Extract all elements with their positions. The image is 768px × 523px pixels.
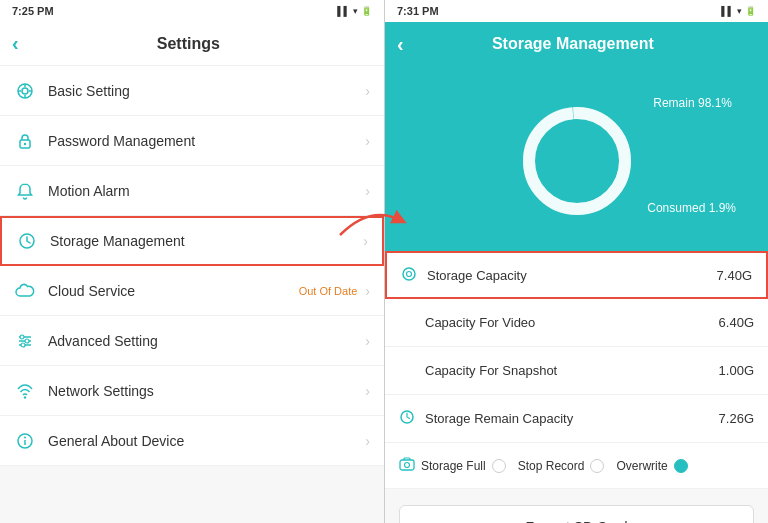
camera-icon xyxy=(399,457,415,475)
storage-item-remain: Storage Remain Capacity 7.26G xyxy=(385,395,768,443)
svg-point-14 xyxy=(21,343,25,347)
password-icon xyxy=(14,130,36,152)
storage-management-label: Storage Management xyxy=(50,233,363,249)
storage-management-chevron: › xyxy=(363,233,368,249)
basic-setting-chevron: › xyxy=(365,83,370,99)
cloud-service-label: Cloud Service xyxy=(48,283,299,299)
password-label: Password Management xyxy=(48,133,365,149)
capacity-snapshot-value: 1.00G xyxy=(719,363,754,378)
storage-full-label: Storage Full xyxy=(421,459,486,473)
menu-item-storage-management[interactable]: Storage Management › xyxy=(0,216,384,266)
network-settings-chevron: › xyxy=(365,383,370,399)
right-nav-title: Storage Management xyxy=(414,35,732,53)
storage-capacity-label: Storage Capacity xyxy=(427,268,717,283)
advanced-setting-chevron: › xyxy=(365,333,370,349)
remain-label: Remain 98.1% xyxy=(653,96,732,110)
svg-point-7 xyxy=(24,142,26,144)
right-screen: 7:31 PM ▌▌ ▾ 🔋 ‹ Storage Management Rema xyxy=(384,0,768,523)
svg-point-1 xyxy=(22,88,28,94)
storage-item-snapshot: Capacity For Snapshot 1.00G xyxy=(385,347,768,395)
right-status-bar: 7:31 PM ▌▌ ▾ 🔋 xyxy=(385,0,768,22)
menu-item-general-about[interactable]: General About Device › xyxy=(0,416,384,466)
overwrite-label: Overwrite xyxy=(616,459,667,473)
general-about-label: General About Device xyxy=(48,433,365,449)
general-about-icon xyxy=(14,430,36,452)
storage-management-icon xyxy=(16,230,38,252)
menu-item-cloud-service[interactable]: Cloud Service Out Of Date › xyxy=(0,266,384,316)
password-chevron: › xyxy=(365,133,370,149)
svg-rect-24 xyxy=(400,460,414,470)
storage-remain-value: 7.26G xyxy=(719,411,754,426)
left-status-bar: 7:25 PM ▌▌ ▾ 🔋 xyxy=(0,0,384,22)
storage-list: Storage Capacity 7.40G Capacity For Vide… xyxy=(385,251,768,523)
left-back-button[interactable]: ‹ xyxy=(12,32,19,55)
radio-options-row: Storage Full Stop Record Overwrite xyxy=(385,443,768,489)
cloud-service-icon xyxy=(14,280,36,302)
left-screen: 7:25 PM ▌▌ ▾ 🔋 ‹ Settings xyxy=(0,0,384,523)
storage-item-capacity[interactable]: Storage Capacity 7.40G xyxy=(385,251,768,299)
storage-chart-header: Remain 98.1% Consumed 1.9% xyxy=(385,66,768,251)
left-nav-title: Settings xyxy=(29,35,348,53)
right-status-icons: ▌▌ ▾ 🔋 xyxy=(721,6,756,16)
network-settings-label: Network Settings xyxy=(48,383,365,399)
advanced-setting-icon xyxy=(14,330,36,352)
advanced-setting-label: Advanced Setting xyxy=(48,333,365,349)
basic-setting-icon xyxy=(14,80,36,102)
storage-item-video: Capacity For Video 6.40G xyxy=(385,299,768,347)
storage-capacity-value: 7.40G xyxy=(717,268,752,283)
menu-item-motion-alarm[interactable]: Motion Alarm › xyxy=(0,166,384,216)
left-nav-bar: ‹ Settings xyxy=(0,22,384,66)
overwrite-radio[interactable] xyxy=(674,459,688,473)
stop-record-label: Stop Record xyxy=(518,459,585,473)
right-nav-bar: ‹ Storage Management xyxy=(385,22,768,66)
svg-point-13 xyxy=(25,339,29,343)
svg-point-15 xyxy=(24,396,26,398)
left-status-icons: ▌▌ ▾ 🔋 xyxy=(337,6,372,16)
storage-remain-label: Storage Remain Capacity xyxy=(425,411,719,426)
svg-point-12 xyxy=(20,335,24,339)
format-btn-wrap: Format SD Card xyxy=(385,489,768,523)
svg-point-20 xyxy=(529,113,625,209)
storage-remain-icon xyxy=(399,409,415,428)
cloud-service-badge: Out Of Date xyxy=(299,285,358,297)
right-time: 7:31 PM xyxy=(397,5,439,17)
cloud-service-chevron: › xyxy=(365,283,370,299)
menu-item-advanced-setting[interactable]: Advanced Setting › xyxy=(0,316,384,366)
stop-record-radio[interactable] xyxy=(590,459,604,473)
svg-point-21 xyxy=(403,268,415,280)
basic-setting-label: Basic Setting xyxy=(48,83,365,99)
consumed-label: Consumed 1.9% xyxy=(647,201,736,215)
network-settings-icon xyxy=(14,380,36,402)
general-about-chevron: › xyxy=(365,433,370,449)
right-back-button[interactable]: ‹ xyxy=(397,33,404,56)
menu-item-network-settings[interactable]: Network Settings › xyxy=(0,366,384,416)
left-time: 7:25 PM xyxy=(12,5,54,17)
format-sd-card-button[interactable]: Format SD Card xyxy=(399,505,754,523)
menu-item-password-management[interactable]: Password Management › xyxy=(0,116,384,166)
menu-item-basic-setting[interactable]: Basic Setting › xyxy=(0,66,384,116)
capacity-snapshot-label: Capacity For Snapshot xyxy=(425,363,719,378)
storage-capacity-icon xyxy=(401,266,417,285)
capacity-video-value: 6.40G xyxy=(719,315,754,330)
svg-point-18 xyxy=(24,436,26,438)
motion-alarm-icon xyxy=(14,180,36,202)
motion-alarm-chevron: › xyxy=(365,183,370,199)
svg-point-22 xyxy=(407,271,412,276)
donut-container: Remain 98.1% Consumed 1.9% xyxy=(401,86,752,235)
svg-point-25 xyxy=(405,462,410,467)
motion-alarm-label: Motion Alarm xyxy=(48,183,365,199)
storage-full-radio[interactable] xyxy=(492,459,506,473)
donut-chart xyxy=(517,101,637,221)
left-menu-list: Basic Setting › Password Management › xyxy=(0,66,384,523)
capacity-video-label: Capacity For Video xyxy=(425,315,719,330)
